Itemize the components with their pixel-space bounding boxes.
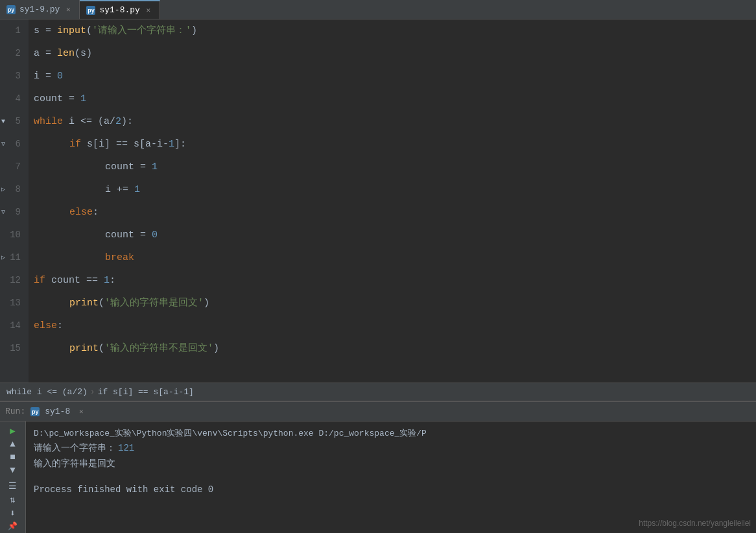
gutter-line-1: 1	[0, 19, 25, 42]
fold-arrow-14	[0, 323, 6, 329]
gutter-line-4: 4	[0, 88, 25, 110]
tab-sy1-9[interactable]: py sy1-9.py ✕	[0, 0, 80, 19]
gutter-line-14: 14	[0, 314, 25, 337]
line-num-13: 13	[9, 292, 21, 314]
gutter-line-5: ▼ 5	[0, 110, 25, 133]
gutter-line-10: 10	[0, 224, 25, 246]
run-header: Run: py sy1-8 ✕	[0, 402, 756, 421]
code-line-8: i += 1	[29, 178, 756, 201]
run-tab-label: sy1-8	[45, 407, 70, 416]
run-up-button[interactable]: ▲	[4, 439, 22, 449]
line-num-2: 2	[9, 42, 21, 65]
fold-arrow-1	[0, 28, 6, 34]
run-panel: Run: py sy1-8 ✕ ▶ ▲ ■ ▼ ☰ ⇅ ⬇ 📌 🖨 🗑 D:\p…	[0, 401, 756, 533]
fold-arrow-10	[0, 232, 6, 239]
tab-close-2[interactable]: ✕	[144, 6, 153, 15]
code-line-11: break	[29, 246, 756, 269]
gutter-line-2: 2	[0, 42, 25, 65]
run-tab-icon: py	[30, 407, 40, 416]
run-download-button[interactable]: ⬇	[4, 508, 22, 519]
fold-arrow-11[interactable]: ▷	[0, 255, 6, 261]
line-num-5: 5	[9, 110, 21, 133]
gutter-line-9: ▽ 9	[0, 201, 25, 224]
fold-arrow-4	[0, 96, 6, 102]
tab-label-1: sy1-9.py	[19, 5, 60, 14]
fold-arrow-7	[0, 164, 6, 171]
fold-arrow-15	[0, 346, 6, 352]
breadcrumb-item-1: while i <= (a/2)	[6, 383, 88, 401]
code-content[interactable]: s = input('请输入一个字符串：') a = len(s) i = 0 …	[29, 19, 756, 383]
run-menu-button[interactable]: ☰	[4, 480, 22, 492]
line-num-7: 7	[9, 156, 21, 178]
line-num-15: 15	[9, 337, 21, 360]
gutter-line-6: ▽ 6	[0, 133, 25, 156]
gutter-line-12: 12	[0, 269, 25, 292]
code-line-3: i = 0	[29, 65, 756, 88]
line-num-11: 11	[9, 246, 21, 269]
run-input-prompt: 请输入一个字符串：	[34, 441, 115, 456]
line-num-9: 9	[9, 201, 21, 224]
app-container: py sy1-9.py ✕ py sy1-8.py ✕ 1 2	[0, 0, 756, 533]
run-stop-button[interactable]: ■	[4, 452, 22, 462]
code-line-1: s = input('请输入一个字符串：')	[29, 19, 756, 42]
breadcrumb-separator: ›	[90, 383, 95, 401]
fold-arrow-5[interactable]: ▼	[0, 119, 6, 125]
code-line-12: if count == 1:	[29, 269, 756, 292]
tab-label-2: sy1-8.py	[99, 5, 139, 15]
run-input-line: 请输入一个字符串： 121	[34, 441, 748, 456]
code-line-7: count = 1	[29, 156, 756, 178]
editor-area: 1 2 3 4 ▼ 5 ▽	[0, 19, 756, 383]
run-input-value: 121	[118, 441, 134, 456]
watermark: https://blog.csdn.net/yangleileilei	[639, 519, 751, 528]
gutter-line-13: 13	[0, 292, 25, 314]
py-icon-1: py	[6, 5, 16, 14]
tab-sy1-8[interactable]: py sy1-8.py ✕	[80, 0, 159, 19]
code-line-14: else:	[29, 314, 756, 337]
line-num-8: 8	[9, 178, 21, 201]
run-toolbar: ▶ ▲ ■ ▼ ☰ ⇅ ⬇ 📌 🖨 🗑	[0, 421, 26, 533]
run-result-line: 输入的字符串是回文	[34, 456, 748, 472]
code-line-15: print('输入的字符串不是回文')	[29, 337, 756, 360]
line-num-3: 3	[9, 65, 21, 88]
fold-arrow-12	[0, 278, 6, 284]
gutter-line-7: 7	[0, 156, 25, 178]
fold-arrow-2	[0, 51, 6, 57]
line-num-1: 1	[9, 19, 21, 42]
line-num-6: 6	[9, 133, 21, 156]
breadcrumb-bar: while i <= (a/2) › if s[i] == s[a-i-1]	[0, 383, 756, 401]
line-num-14: 14	[9, 314, 21, 337]
fold-arrow-6[interactable]: ▽	[0, 141, 6, 148]
tab-bar: py sy1-9.py ✕ py sy1-8.py ✕	[0, 0, 756, 19]
code-line-13: print('输入的字符串是回文')	[29, 292, 756, 314]
code-line-10: count = 0	[29, 224, 756, 246]
fold-arrow-13	[0, 300, 6, 307]
code-line-4: count = 1	[29, 88, 756, 110]
gutter-line-15: 15	[0, 337, 25, 360]
run-path-line: D:\pc_workspace_实验\Python实验四\venv\Script…	[34, 427, 748, 441]
py-icon-2: py	[86, 6, 95, 15]
run-content: ▶ ▲ ■ ▼ ☰ ⇅ ⬇ 📌 🖨 🗑 D:\pc_workspace_实验\P…	[0, 421, 756, 533]
fold-arrow-9[interactable]: ▽	[0, 209, 6, 216]
line-num-12: 12	[9, 269, 21, 292]
gutter-line-8: ▷ 8	[0, 178, 25, 201]
run-label: Run:	[5, 407, 25, 416]
run-down-button[interactable]: ▼	[4, 465, 22, 475]
gutter-line-11: ▷ 11	[0, 246, 25, 269]
code-line-2: a = len(s)	[29, 42, 756, 65]
fold-arrow-8[interactable]: ▷	[0, 187, 6, 193]
tab-close-1[interactable]: ✕	[64, 5, 73, 14]
line-num-4: 4	[9, 88, 21, 110]
code-line-5: while i <= (a/2):	[29, 110, 756, 133]
fold-arrow-3	[0, 73, 6, 80]
code-line-9: else:	[29, 201, 756, 224]
breadcrumb-item-2: if s[i] == s[a-i-1]	[98, 383, 194, 401]
gutter-line-3: 3	[0, 65, 25, 88]
line-num-10: 10	[9, 224, 21, 246]
run-sort-button[interactable]: ⇅	[4, 494, 22, 505]
code-line-6: if s[i] == s[a-i-1]:	[29, 133, 756, 156]
line-gutter: 1 2 3 4 ▼ 5 ▽	[0, 19, 29, 383]
run-pin-button[interactable]: 📌	[4, 521, 22, 531]
run-tab-close[interactable]: ✕	[77, 407, 86, 416]
run-play-button[interactable]: ▶	[4, 425, 22, 436]
run-process-line: Process finished with exit code 0	[34, 482, 748, 498]
